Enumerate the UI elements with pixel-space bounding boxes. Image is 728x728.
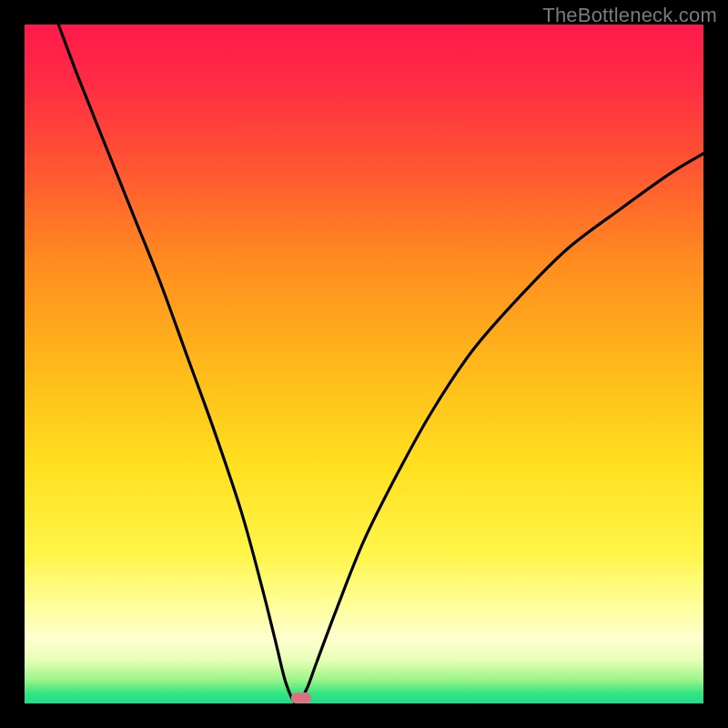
plot-area <box>25 25 703 703</box>
optimum-marker <box>291 693 311 703</box>
bottleneck-curve <box>25 25 703 703</box>
chart-frame: TheBottleneck.com <box>0 0 728 728</box>
